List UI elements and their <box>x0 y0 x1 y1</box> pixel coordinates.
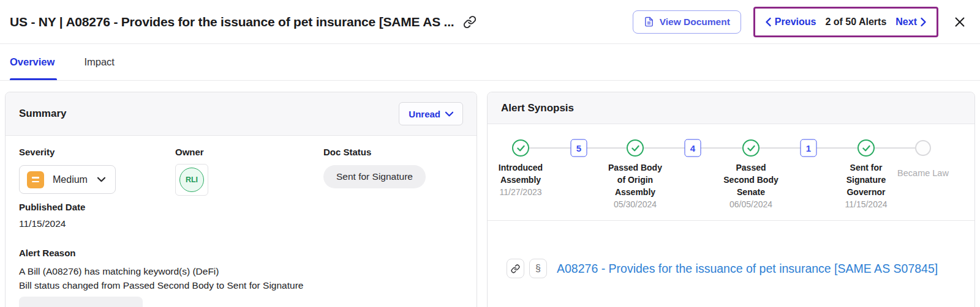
synopsis-card-header: Alert Synopsis <box>488 92 974 124</box>
severity-value: Medium <box>53 174 88 185</box>
action-count-badge[interactable]: 4 <box>685 139 701 157</box>
previous-label: Previous <box>775 17 816 28</box>
severity-medium-icon <box>27 171 44 188</box>
milestone-check-icon <box>858 139 875 157</box>
keyword-tag-clipped[interactable] <box>19 297 143 307</box>
milestone-line: Second Body <box>699 174 803 186</box>
milestone-line: Governor <box>814 186 918 198</box>
milestone-line: Assembly <box>469 174 573 186</box>
chevron-down-icon <box>445 111 453 117</box>
milestone-line: of Origin <box>583 174 687 186</box>
milestone-label: Introduced Assembly 11/27/2023 <box>469 161 573 198</box>
milestone-line: Introduced <box>469 161 573 174</box>
doc-status-value: Sent for Signature <box>336 171 413 182</box>
summary-body: Severity Owner Doc Status Medium RLI Sen… <box>6 136 477 307</box>
tab-overview[interactable]: Overview <box>10 44 55 80</box>
severity-dropdown[interactable]: Medium <box>19 165 116 194</box>
read-state-label: Unread <box>409 109 440 119</box>
milestone-line: Passed Body <box>583 161 687 174</box>
milestone-line: Senate <box>699 186 803 198</box>
copy-link-icon[interactable] <box>507 259 524 278</box>
bill-progress-timeline: 5 4 1 Introduced Assembly 11/27/2023 Pas… <box>488 124 974 221</box>
milestone-label: Passed Second Body Senate 06/05/2024 <box>699 161 803 210</box>
alert-reason-text: A Bill (A08276) has matching keyword(s) … <box>19 264 303 292</box>
document-icon <box>644 17 654 27</box>
summary-card-header: Summary Unread <box>6 92 477 136</box>
link-icon[interactable] <box>463 15 477 29</box>
synopsis-title: Alert Synopsis <box>501 102 574 114</box>
chevron-down-icon <box>97 177 105 182</box>
owner-label: Owner <box>175 147 204 157</box>
action-count-badge[interactable]: 1 <box>801 139 817 157</box>
milestone-check-icon <box>627 139 644 157</box>
milestone-label-pending: Became Law <box>897 168 949 178</box>
action-count-badge[interactable]: 5 <box>571 139 587 157</box>
section-sign-icon[interactable]: § <box>529 259 547 278</box>
milestone-label: Passed Body of Origin Assembly 05/30/202… <box>583 161 687 210</box>
milestone-line: Passed <box>699 161 803 174</box>
alert-position-text: 2 of 50 Alerts <box>825 17 886 28</box>
tab-bar: Overview Impact <box>0 44 980 81</box>
topbar-actions: View Document Previous 2 of 50 Alerts Ne… <box>633 7 969 37</box>
avatar: RLI <box>179 168 204 192</box>
page-title: US - NY | A08276 - Provides for the issu… <box>10 15 454 29</box>
summary-title: Summary <box>19 108 66 120</box>
title-wrap: US - NY | A08276 - Provides for the issu… <box>10 15 477 29</box>
milestone-date: 06/05/2024 <box>699 198 803 210</box>
alert-synopsis-card: Alert Synopsis 5 4 1 Introduced <box>487 92 975 307</box>
doc-status-badge: Sent for Signature <box>323 165 426 188</box>
bill-link-row: § A08276 - Provides for the issuance of … <box>488 221 974 278</box>
view-document-button[interactable]: View Document <box>633 10 741 34</box>
alert-pager-highlight: Previous 2 of 50 Alerts Next <box>753 7 938 37</box>
summary-card: Summary Unread Severity Owner Doc Status… <box>5 92 477 307</box>
bill-title-link[interactable]: A08276 - Provides for the issuance of pe… <box>557 262 938 276</box>
alert-reason-label: Alert Reason <box>19 248 76 258</box>
next-label: Next <box>895 17 917 28</box>
milestone-line: Assembly <box>583 186 687 198</box>
doc-status-label: Doc Status <box>323 147 371 157</box>
published-date-value: 11/15/2024 <box>19 218 66 229</box>
milestone-date: 05/30/2024 <box>583 198 687 210</box>
view-document-label: View Document <box>660 17 730 28</box>
milestone-date: 11/15/2024 <box>814 198 918 210</box>
previous-alert-button[interactable]: Previous <box>765 17 816 28</box>
close-icon[interactable] <box>951 13 969 31</box>
published-date-label: Published Date <box>19 202 85 212</box>
tab-impact[interactable]: Impact <box>84 44 115 80</box>
alert-reason-line-1: A Bill (A08276) has matching keyword(s) … <box>19 264 303 278</box>
milestone-date: 11/27/2023 <box>469 186 573 198</box>
chevron-right-icon <box>920 17 927 27</box>
milestone-pending-icon <box>915 140 931 156</box>
read-state-dropdown[interactable]: Unread <box>399 102 463 125</box>
chevron-left-icon <box>765 17 772 27</box>
next-alert-button[interactable]: Next <box>895 17 927 28</box>
milestone-check-icon <box>512 139 529 157</box>
alert-reason-line-2: Bill status changed from Passed Second B… <box>19 278 303 292</box>
topbar: US - NY | A08276 - Provides for the issu… <box>0 0 980 44</box>
milestone-check-icon <box>742 139 760 157</box>
main-content: Summary Unread Severity Owner Doc Status… <box>0 81 980 307</box>
severity-label: Severity <box>19 147 55 157</box>
owner-selector[interactable]: RLI <box>175 164 208 196</box>
